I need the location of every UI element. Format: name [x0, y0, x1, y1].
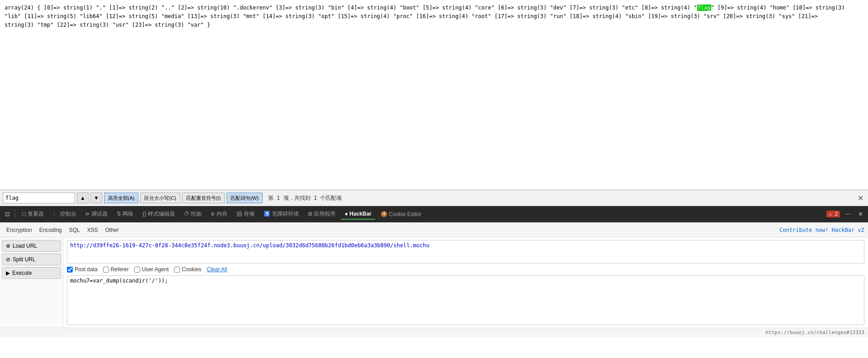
hackbar-panel: Encryption Encoding SQL XSS Other Contri…	[0, 222, 868, 337]
main-content-area: array(24) { [0]=> string(1) "." [1]=> st…	[0, 0, 868, 190]
referer-label: Referer	[111, 266, 129, 273]
find-bar: ▲ ▼ 高亮全部(A) 区分大小写(C) 匹配重音符号(I) 匹配词句(W) 第…	[0, 190, 868, 206]
split-url-label: Split URL	[13, 256, 36, 263]
accessibility-icon: ♿	[264, 211, 270, 217]
sql-menu[interactable]: SQL	[66, 226, 83, 234]
tab-cookie-editor[interactable]: 🍪 Cookie Editor	[377, 209, 425, 219]
devtools-right-area: ⚠ 2 ⋯ ✕	[826, 209, 865, 219]
content-text-line3: string(3) "tmp" [22]=> string(3) "usr" […	[5, 22, 210, 28]
inspector-label: 查看器	[28, 211, 44, 217]
execute-icon: ▶	[6, 270, 10, 276]
toolbar-separator-1	[15, 210, 15, 219]
inspector-icon: ◻	[22, 211, 26, 217]
hackbar-menubar: Encryption Encoding SQL XSS Other Contri…	[0, 223, 868, 237]
load-url-label: Load URL	[13, 243, 37, 249]
find-next-button[interactable]: ▼	[90, 193, 102, 203]
cookies-label: Cookies	[182, 266, 201, 273]
console-icon: 〉	[53, 211, 58, 217]
split-url-icon: ⊘	[6, 256, 10, 263]
tab-style-editor[interactable]: {} 样式编辑器	[139, 208, 178, 220]
tab-application[interactable]: ⊞ 应用程序	[304, 208, 339, 220]
execute-label: Execute	[12, 270, 32, 276]
performance-icon: ⏱	[184, 211, 189, 217]
load-url-icon: ⊕	[6, 243, 10, 249]
post-data-checkbox[interactable]	[67, 267, 73, 273]
hackbar-content: Post data Referer User Agent Cookies Cle…	[63, 237, 868, 328]
tab-debugger[interactable]: ⊳ 调试器	[82, 208, 111, 220]
devtools-close-button[interactable]: ✕	[856, 209, 865, 219]
console-label: 控制台	[60, 211, 76, 217]
url-input[interactable]	[67, 240, 864, 264]
tab-hackbar[interactable]: ● HackBar	[341, 209, 375, 220]
tab-storage[interactable]: ▦ 存储	[233, 208, 258, 220]
referer-checkbox[interactable]	[103, 267, 109, 273]
storage-icon: ▦	[236, 211, 242, 217]
memory-label: 内存	[217, 211, 227, 217]
find-close-button[interactable]: ✕	[856, 194, 865, 203]
post-data-option[interactable]: Post data	[67, 266, 98, 273]
error-badge: ⚠ 2	[826, 211, 840, 217]
user-agent-option[interactable]: User Agent	[134, 266, 169, 273]
user-agent-label: User Agent	[142, 266, 169, 273]
encryption-menu[interactable]: Encryption	[4, 226, 35, 234]
find-input[interactable]	[3, 193, 75, 203]
xss-menu[interactable]: XSS	[85, 226, 101, 234]
find-status: 第 1 项，共找到 1 个匹配项	[268, 194, 342, 202]
cookie-editor-label: Cookie Editor	[389, 211, 421, 217]
post-data-label: Post data	[75, 266, 98, 273]
more-options-button[interactable]: ⋯	[843, 209, 853, 219]
tab-performance[interactable]: ⏱ 性能	[180, 208, 205, 220]
devtools-toolbar: ⊡ ◻ 查看器 〉 控制台 ⊳ 调试器 ⇅ 网络 {} 样式编辑器 ⏱ 性能 ⊕…	[0, 206, 868, 222]
style-editor-label: 样式编辑器	[148, 211, 175, 217]
split-url-button[interactable]: ⊘ Split URL	[2, 254, 61, 265]
cookie-icon: 🍪	[381, 211, 387, 217]
find-case-sensitive-button[interactable]: 区分大小写(C)	[140, 193, 180, 203]
tab-console[interactable]: 〉 控制台	[49, 208, 80, 220]
load-url-button[interactable]: ⊕ Load URL	[2, 240, 61, 252]
content-text: array(24) { [0]=> string(1) "." [1]=> st…	[5, 5, 845, 11]
status-url: https://buuoj.cn/challenges#13333	[765, 330, 864, 335]
network-icon: ⇅	[117, 211, 121, 217]
accessibility-label: 无障碍环境	[272, 211, 299, 217]
find-whole-word-button[interactable]: 匹配词句(W)	[226, 193, 263, 203]
find-highlight-all-button[interactable]: 高亮全部(A)	[104, 193, 139, 203]
tab-memory[interactable]: ⊕ 内存	[207, 208, 231, 220]
clear-all-button[interactable]: Clear All	[207, 266, 227, 273]
memory-icon: ⊕	[211, 211, 215, 217]
other-menu[interactable]: Other	[103, 226, 122, 234]
find-prev-button[interactable]: ▲	[77, 193, 89, 203]
tab-inspector[interactable]: ◻ 查看器	[18, 208, 47, 220]
post-data-textarea[interactable]	[67, 275, 864, 325]
network-label: 网络	[123, 211, 133, 217]
tab-network[interactable]: ⇅ 网络	[113, 208, 137, 220]
post-options-row: Post data Referer User Agent Cookies Cle…	[67, 266, 864, 273]
hackbar-sidebar: ⊕ Load URL ⊘ Split URL ▶ Execute	[0, 237, 63, 328]
hackbar-dot-icon: ●	[344, 211, 348, 217]
user-agent-checkbox[interactable]	[134, 267, 140, 273]
find-accent-button[interactable]: 匹配重音符号(I)	[182, 193, 225, 203]
application-icon: ⊞	[308, 211, 312, 217]
cookies-checkbox[interactable]	[174, 267, 180, 273]
referer-option[interactable]: Referer	[103, 266, 129, 273]
debugger-label: 调试器	[91, 211, 108, 217]
devtools-dock-button[interactable]: ⊡	[3, 209, 12, 219]
execute-button[interactable]: ▶ Execute	[2, 267, 61, 279]
performance-label: 性能	[191, 211, 202, 217]
encoding-menu[interactable]: Encoding	[37, 226, 65, 234]
application-label: 应用程序	[314, 211, 335, 217]
cookies-option[interactable]: Cookies	[174, 266, 201, 273]
hackbar-main-area: ⊕ Load URL ⊘ Split URL ▶ Execute Post da…	[0, 237, 868, 328]
error-icon: ⚠	[829, 211, 832, 217]
error-count: 2	[835, 211, 838, 217]
content-text-line2: "lib" [11]=> string(5) "lib64" [12]=> st…	[5, 13, 818, 19]
hackbar-label: HackBar	[349, 211, 372, 217]
hackbar-status-bar: https://buuoj.cn/challenges#13333	[0, 328, 868, 337]
tab-accessibility[interactable]: ♿ 无障碍环境	[260, 208, 302, 220]
debugger-icon: ⊳	[85, 211, 90, 217]
storage-label: 存储	[244, 211, 255, 217]
flag-highlight: flag	[697, 5, 711, 11]
style-editor-icon: {}	[142, 211, 146, 217]
contribute-link[interactable]: Contribute now! HackBar v2	[779, 227, 864, 233]
